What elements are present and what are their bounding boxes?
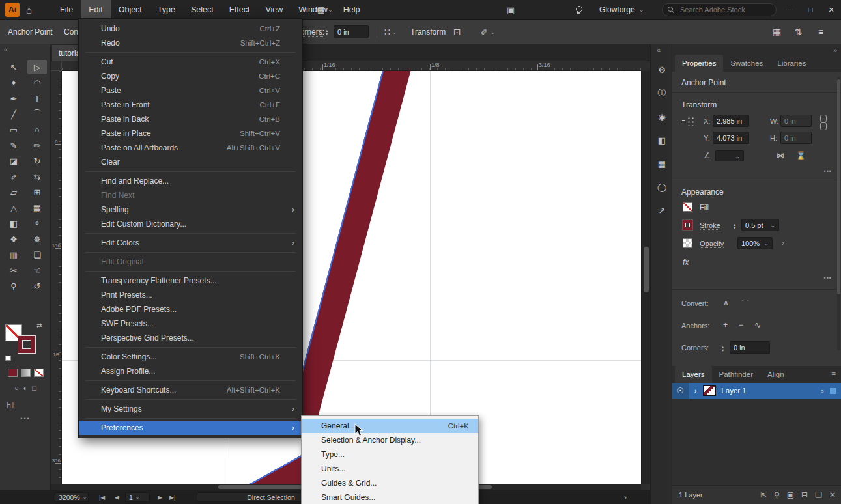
layer-thumbnail[interactable] — [703, 385, 716, 396]
rotation-select[interactable]: ⌄ — [715, 150, 744, 161]
menu-item-transparency-flattener-presets[interactable]: Transparency Flattener Presets... — [79, 273, 302, 288]
menu-item-preferences[interactable]: Preferences › — [79, 421, 302, 435]
layer-selection-indicator[interactable] — [830, 388, 836, 394]
stroke-label[interactable]: Stroke — [700, 221, 720, 230]
layer-name[interactable]: Layer 1 — [721, 387, 746, 395]
menu-type[interactable]: Type — [150, 0, 183, 20]
symbol-sprayer-tool[interactable]: ✵ — [27, 232, 47, 246]
lightbulb-icon[interactable] — [576, 0, 582, 20]
menu-item-print-presets[interactable]: Print Presets... — [79, 288, 302, 302]
menu-item-redo[interactable]: Redo Shift+Ctrl+Z — [79, 36, 302, 50]
tab-libraries[interactable]: Libraries — [770, 55, 813, 72]
menu-edit[interactable]: Edit — [81, 0, 111, 20]
paintbrush-tool[interactable]: ✎ — [4, 138, 23, 152]
stepper-down-icon[interactable]: ▾ — [722, 348, 724, 352]
screen-mode-icon[interactable]: ◱ — [7, 400, 14, 409]
isolate-mode-icon[interactable]: ⊡ — [453, 20, 461, 44]
menu-item-edit-custom-dictionary[interactable]: Edit Custom Dictionary... — [79, 217, 302, 231]
menu-help[interactable]: Help — [335, 0, 368, 20]
submenu-item-units[interactable]: Units... — [302, 462, 478, 476]
scrollbar-thumb[interactable] — [837, 79, 840, 294]
tab-swatches[interactable]: Swatches — [723, 55, 770, 72]
opacity-options-arrow[interactable]: › — [782, 238, 784, 247]
delete-selection-icon[interactable]: ✕ — [829, 490, 836, 499]
perspective-grid-tool[interactable]: △ — [4, 201, 23, 215]
corners-stepper[interactable]: ▴ ▾ — [326, 20, 328, 44]
layer-row[interactable]: ☉ › Layer 1 ○ — [672, 383, 841, 399]
collapse-toolbar-icon[interactable]: « — [4, 46, 8, 53]
gradient-button[interactable] — [21, 369, 31, 377]
lasso-tool[interactable]: ◠ — [27, 76, 47, 90]
share-icon[interactable]: ▣ — [507, 0, 515, 20]
scrollbar-thumb[interactable] — [644, 247, 649, 292]
selection-tool[interactable]: ↖ — [4, 60, 23, 74]
hand-tool[interactable]: ☜ — [27, 263, 47, 277]
fill-swatch[interactable] — [683, 202, 692, 212]
swap-fill-stroke-icon[interactable]: ⇄ — [36, 322, 42, 329]
submenu-item-smart-guides[interactable]: Smart Guides... — [302, 490, 478, 504]
shape-builder-tool[interactable]: ⊞ — [27, 185, 47, 199]
make-clipping-mask-icon[interactable]: ▣ — [787, 490, 794, 499]
menu-item-my-settings[interactable]: My Settings › — [79, 402, 302, 416]
pen-tool[interactable]: ✒ — [4, 91, 23, 105]
artboard-number-select[interactable]: 1 ⌄ — [125, 492, 150, 502]
draw-normal-icon[interactable]: ○ — [14, 384, 19, 392]
stepper-down-icon[interactable]: ▾ — [326, 32, 328, 36]
tab-align[interactable]: Align — [760, 366, 791, 383]
remove-anchor-icon[interactable]: − — [739, 320, 743, 329]
close-button[interactable]: ✕ — [821, 0, 841, 20]
collapse-dock-icon[interactable]: » — [833, 46, 837, 54]
free-transform-tool[interactable]: ▱ — [4, 185, 23, 199]
account-switcher[interactable]: Glowforge ⌄ — [599, 0, 644, 20]
scale-tool[interactable]: ⇗ — [4, 169, 23, 184]
red-stripe-path[interactable] — [287, 71, 413, 432]
width-input[interactable]: 0 in — [780, 115, 812, 127]
zoom-level-select[interactable]: 3200% ⌄ — [55, 492, 89, 502]
anchor-handles-icon[interactable]: ∿ — [754, 320, 761, 329]
rotate-tool[interactable]: ↻ — [27, 154, 47, 168]
menu-item-undo[interactable]: Undo Ctrl+Z — [79, 21, 302, 36]
line-segment-tool[interactable]: ╱ — [4, 107, 23, 121]
x-input[interactable]: 2.985 in — [713, 115, 749, 127]
tab-properties[interactable]: Properties — [675, 55, 723, 72]
expand-layer-icon[interactable]: › — [694, 387, 696, 395]
menu-item-paste-in-place[interactable]: Paste in Place Shift+Ctrl+V — [79, 126, 302, 141]
minimize-button[interactable]: ─ — [779, 0, 800, 20]
corners-input[interactable]: 0 in — [334, 25, 369, 38]
submenu-item-general[interactable]: General... Ctrl+K — [302, 419, 478, 433]
flip-horizontal-icon[interactable]: ⋈ — [777, 151, 784, 160]
more-tools-icon[interactable]: ••• — [0, 415, 51, 422]
rotate-view-tool[interactable]: ↺ — [27, 279, 47, 293]
new-layer-icon[interactable]: ❏ — [815, 490, 822, 499]
stroke-color-swatch[interactable] — [18, 336, 35, 353]
info-strip-icon[interactable]: ⓘ — [655, 86, 669, 100]
previous-artboard-button[interactable]: ◀ — [115, 490, 119, 504]
scroll-right-arrow[interactable]: › — [624, 490, 627, 504]
stroke-weight-select[interactable]: 0.5 pt ⌄ — [741, 219, 779, 231]
eyedropper-tool[interactable]: ⌖ — [27, 216, 47, 231]
corners-label[interactable]: Corners: — [681, 344, 709, 352]
y-input[interactable]: 4.073 in — [713, 132, 749, 144]
menu-view[interactable]: View — [257, 0, 291, 20]
default-fill-stroke-icon[interactable] — [5, 356, 11, 361]
convert-to-corner-icon[interactable]: ∧ — [723, 298, 729, 307]
direct-selection-tool[interactable]: ▷ — [27, 60, 47, 74]
menu-item-paste[interactable]: Paste Ctrl+V — [79, 83, 302, 98]
menu-item-assign-profile[interactable]: Assign Profile... — [79, 364, 302, 378]
slice-tool[interactable]: ✂ — [4, 263, 23, 277]
none-button[interactable] — [34, 369, 44, 377]
menu-item-edit-colors[interactable]: Edit Colors › — [79, 236, 302, 250]
menu-effect[interactable]: Effect — [221, 0, 258, 20]
symbols-strip-icon[interactable]: ◯ — [655, 180, 669, 194]
layers-panel-menu-icon[interactable]: ≡ — [831, 370, 836, 379]
column-graph-tool[interactable]: ▥ — [4, 247, 23, 262]
last-artboard-button[interactable]: ▶| — [169, 490, 175, 504]
tab-layers[interactable]: Layers — [675, 366, 712, 383]
menu-item-paste-in-back[interactable]: Paste in Back Ctrl+B — [79, 112, 302, 126]
pencil-tool[interactable]: ✏ — [27, 138, 47, 152]
workspace-switcher[interactable]: ▦ ⌄ — [317, 0, 333, 20]
menu-item-color-settings[interactable]: Color Settings... Shift+Ctrl+K — [79, 350, 302, 364]
search-input[interactable] — [679, 5, 767, 14]
transform-more-options-icon[interactable]: ••• — [824, 168, 832, 175]
stepper-down-icon[interactable]: ▾ — [734, 226, 735, 230]
